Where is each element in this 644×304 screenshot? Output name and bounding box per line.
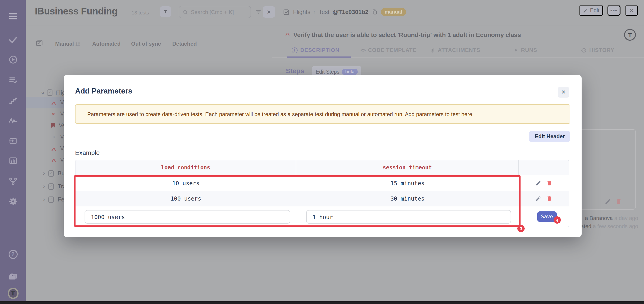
test-title: Verify that the user is able to select '… [293, 31, 521, 38]
tab-attachments[interactable]: ATTACHMENTS [430, 47, 480, 53]
projects-folders-icon[interactable] [8, 271, 18, 282]
close-test-button[interactable]: ✕ [625, 5, 638, 16]
history-clock-icon [581, 47, 586, 53]
menu-icon[interactable] [8, 11, 18, 22]
steps-heading: Steps [286, 67, 304, 74]
test-id: @T1e9301b2 [333, 8, 368, 15]
tab-history[interactable]: HISTORY [581, 47, 614, 53]
reports-chart-icon[interactable] [8, 155, 18, 166]
tab-detached[interactable]: Detached [172, 41, 197, 47]
modal-title: Add Parameters [75, 87, 132, 95]
edit-button-label: Edit [590, 7, 599, 13]
pencil-icon[interactable] [605, 198, 611, 205]
column-header-actions [519, 160, 569, 175]
branch-icon[interactable] [8, 176, 18, 187]
tab-description[interactable]: i DESCRIPTION [292, 47, 340, 53]
chevron-up-icon: ^ [50, 158, 57, 165]
tab-out-of-sync[interactable]: Out of sync [131, 41, 161, 47]
updated-label-fragment: ated [581, 223, 591, 230]
chevron-right-icon: › [43, 183, 45, 190]
info-banner: Parameters are used to create data-drive… [75, 104, 570, 124]
chevron-up-icon[interactable]: ^ [285, 32, 290, 38]
test-title-row: ^ Verify that the user is able to select… [286, 31, 557, 38]
project-title: IBusiness Funding [35, 6, 118, 17]
pencil-icon [583, 8, 588, 13]
tests-count: 18 tests [132, 10, 149, 15]
paperclip-icon [430, 47, 435, 53]
brand-avatar: T [624, 29, 636, 41]
edit-test-button[interactable]: Edit [579, 5, 603, 16]
new-param-input-2[interactable] [306, 210, 511, 224]
settings-gear-icon[interactable] [8, 196, 18, 207]
banner-text: Parameters are used to create data-drive… [87, 111, 472, 117]
table-header-row: load conditions session timeout [76, 160, 569, 175]
delete-row-icon[interactable] [546, 180, 552, 186]
pulse-activity-icon[interactable] [8, 115, 18, 126]
modal-close-button[interactable]: ✕ [558, 87, 569, 98]
search-icon [183, 9, 188, 15]
chevron-up-icon: ^ [50, 100, 57, 107]
new-param-input-1[interactable] [84, 210, 290, 224]
author-time: a day ago [614, 215, 638, 221]
app-root: ? T IBusiness Funding 18 tests ✕ Flights… [0, 0, 644, 304]
test-meta: a Baranova a day ago ated a few seconds … [581, 214, 638, 230]
left-rail: ? T [0, 0, 26, 304]
param-cell: 10 users [76, 175, 296, 191]
chevron-right-icon: › [43, 196, 45, 203]
import-export-icon[interactable] [8, 135, 18, 146]
suite-file-icon [48, 170, 54, 176]
table-row: 100 users30 minutes [76, 191, 569, 206]
manual-badge: manual [380, 8, 406, 16]
delete-row-icon[interactable] [546, 196, 552, 202]
updated-time: a few seconds ago [593, 223, 638, 230]
close-icon: ✕ [266, 9, 271, 15]
help-icon[interactable]: ? [8, 249, 18, 260]
circle-icon: ○ [51, 135, 56, 139]
more-actions-button[interactable]: ••• [607, 5, 620, 16]
breadcrumb: Flights › Test @T1e9301b2 manual [283, 8, 406, 16]
clear-filter-chip[interactable]: ✕ [263, 6, 275, 18]
author-name-fragment: a Baranova [585, 215, 613, 221]
edit-header-button[interactable]: Edit Header [529, 131, 570, 142]
search-input[interactable] [191, 9, 243, 15]
suite-file-icon [48, 196, 54, 203]
ellipsis-icon: ••• [610, 7, 617, 13]
milestones-stairs-icon[interactable] [8, 95, 18, 106]
new-row: Save [76, 206, 569, 227]
param-cell: 100 users [76, 191, 296, 206]
suite-file-icon [47, 89, 53, 96]
filter-button[interactable] [160, 6, 171, 17]
example-label: Example [75, 149, 100, 156]
active-tab-underline [287, 56, 351, 58]
tab-automated[interactable]: Automated [92, 41, 120, 47]
info-icon: i [292, 47, 298, 53]
parameters-table: load conditions session timeout 10 users… [75, 160, 570, 227]
tab-manual[interactable]: Manual18 [55, 41, 80, 47]
search-box[interactable] [179, 6, 251, 18]
app-logo[interactable]: T [8, 287, 18, 299]
runs-play-icon[interactable] [8, 54, 18, 65]
edit-row-icon[interactable] [536, 180, 541, 186]
filter-lines-icon[interactable] [256, 9, 262, 15]
close-icon: ✕ [629, 7, 634, 14]
param-cell: 30 minutes [296, 191, 519, 206]
test-plans-icon[interactable] [8, 75, 18, 86]
filter-tabs: Manual18 Automated Out of sync Detached [26, 25, 272, 51]
tab-runs[interactable]: RUNS [514, 47, 537, 53]
column-header: session timeout [296, 160, 519, 175]
annotation-badge-4: 4 [554, 216, 561, 224]
column-header: load conditions [76, 160, 296, 175]
trash-icon[interactable] [616, 198, 622, 205]
edit-row-icon[interactable] [536, 196, 541, 202]
play-icon [514, 48, 518, 52]
suite-file-icon [48, 183, 54, 190]
table-rows: 10 users15 minutes100 users30 minutes [76, 175, 569, 206]
checklist-icon [35, 39, 44, 47]
tests-check-icon[interactable] [8, 34, 18, 45]
chevron-up-icon: ^ [50, 146, 57, 154]
tab-code-template[interactable]: <> CODE TEMPLATE [360, 47, 416, 53]
copy-icon[interactable] [372, 8, 378, 15]
breadcrumb-folder[interactable]: Flights [293, 8, 310, 15]
add-parameters-modal: Add Parameters ✕ Parameters are used to … [64, 75, 582, 237]
annotation-badge-3: 3 [517, 225, 524, 232]
